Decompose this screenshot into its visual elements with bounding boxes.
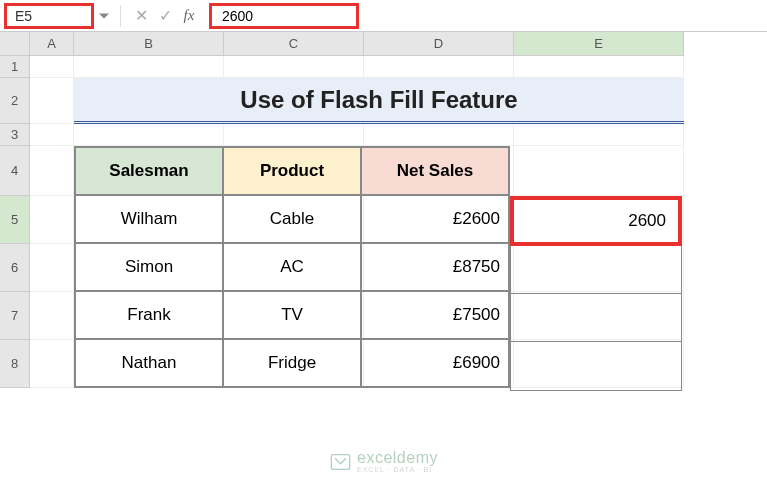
cell-netsales[interactable]: £6900 xyxy=(361,339,509,387)
watermark-subtext: EXCEL · DATA · BI xyxy=(357,466,438,473)
cell-product[interactable]: Fridge xyxy=(223,339,361,387)
name-box-value: E5 xyxy=(15,8,32,24)
header-netsales[interactable]: Net Sales xyxy=(361,147,509,195)
cell-product[interactable]: Cable xyxy=(223,195,361,243)
row-header-2[interactable]: 2 xyxy=(0,78,30,124)
cells-area[interactable]: Use of Flash Fill Feature Salesman Produ… xyxy=(30,56,684,388)
select-all-corner[interactable] xyxy=(0,32,30,56)
formula-bar: E5 ✕ ✓ fx 2600 xyxy=(0,0,767,32)
cell-netsales[interactable]: £8750 xyxy=(361,243,509,291)
cell-salesman[interactable]: Wilham xyxy=(75,195,223,243)
col-header-E[interactable]: E xyxy=(514,32,684,56)
formula-value: 2600 xyxy=(222,8,253,24)
column-E-empty-cells xyxy=(510,246,682,391)
header-salesman[interactable]: Salesman xyxy=(75,147,223,195)
cell-salesman[interactable]: Nathan xyxy=(75,339,223,387)
row-header-3[interactable]: 3 xyxy=(0,124,30,146)
row-header-4[interactable]: 4 xyxy=(0,146,30,196)
selected-cell-value: 2600 xyxy=(628,211,666,231)
cell-product[interactable]: TV xyxy=(223,291,361,339)
name-box-dropdown-icon[interactable] xyxy=(99,13,109,18)
cell-E7[interactable] xyxy=(511,294,681,342)
divider xyxy=(120,5,121,27)
watermark-logo-icon xyxy=(329,451,351,473)
cancel-icon[interactable]: ✕ xyxy=(129,4,153,28)
cell-E8[interactable] xyxy=(511,342,681,390)
col-header-D[interactable]: D xyxy=(364,32,514,56)
cell-E6[interactable] xyxy=(511,246,681,294)
table-row: Simon AC £8750 xyxy=(75,243,509,291)
table-header-row: Salesman Product Net Sales xyxy=(75,147,509,195)
row-header-7[interactable]: 7 xyxy=(0,292,30,340)
row-header-8[interactable]: 8 xyxy=(0,340,30,388)
column-headers: A B C D E xyxy=(30,32,684,56)
sheet-title[interactable]: Use of Flash Fill Feature xyxy=(74,78,684,124)
cell-netsales[interactable]: £7500 xyxy=(361,291,509,339)
svg-rect-0 xyxy=(331,454,349,469)
name-box[interactable]: E5 xyxy=(4,3,94,29)
watermark-text: exceldemy xyxy=(357,450,438,466)
selected-cell-E5[interactable]: 2600 xyxy=(510,196,682,246)
row-header-5[interactable]: 5 xyxy=(0,196,30,244)
table-row: Nathan Fridge £6900 xyxy=(75,339,509,387)
table-row: Wilham Cable £2600 xyxy=(75,195,509,243)
cell-netsales[interactable]: £2600 xyxy=(361,195,509,243)
header-product[interactable]: Product xyxy=(223,147,361,195)
cell-salesman[interactable]: Simon xyxy=(75,243,223,291)
data-table: Salesman Product Net Sales Wilham Cable … xyxy=(74,146,510,388)
col-header-C[interactable]: C xyxy=(224,32,364,56)
confirm-icon[interactable]: ✓ xyxy=(153,4,177,28)
row-header-1[interactable]: 1 xyxy=(0,56,30,78)
row-headers: 1 2 3 4 5 6 7 8 xyxy=(0,56,30,388)
table-row: Frank TV £7500 xyxy=(75,291,509,339)
fx-icon[interactable]: fx xyxy=(177,4,201,28)
watermark: exceldemy EXCEL · DATA · BI xyxy=(329,450,438,473)
cell-product[interactable]: AC xyxy=(223,243,361,291)
cell-salesman[interactable]: Frank xyxy=(75,291,223,339)
row-header-6[interactable]: 6 xyxy=(0,244,30,292)
formula-input[interactable]: 2600 xyxy=(209,3,359,29)
col-header-B[interactable]: B xyxy=(74,32,224,56)
col-header-A[interactable]: A xyxy=(30,32,74,56)
spreadsheet-grid: A B C D E 1 2 3 4 5 6 7 8 xyxy=(0,32,767,388)
